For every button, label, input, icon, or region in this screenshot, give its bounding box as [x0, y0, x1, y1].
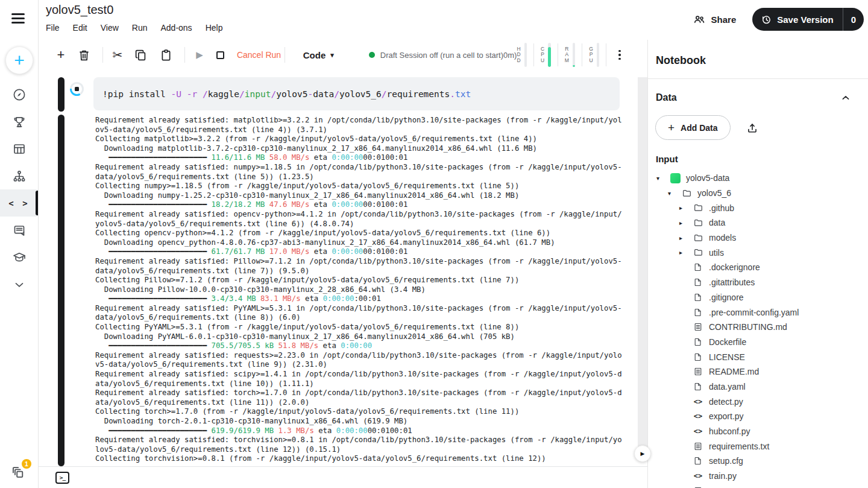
tree-item-clipped[interactable] — [648, 483, 868, 488]
tree-item-hubconf-py[interactable]: <>hubconf.py — [648, 424, 868, 439]
add-data-button[interactable]: + Add Data — [655, 115, 731, 140]
tree-item-pre-commit-config-yaml[interactable]: .pre-commit-config.yaml — [648, 305, 868, 320]
panel-title: Notebook — [648, 40, 868, 78]
folder-icon — [693, 232, 703, 243]
tree-item-setup-cfg[interactable]: setup.cfg — [648, 454, 868, 469]
output-selection-bar[interactable] — [58, 115, 64, 466]
caret-right-icon[interactable]: ▸ — [679, 220, 693, 226]
create-button[interactable]: + — [5, 46, 33, 74]
caret-right-icon[interactable]: ▸ — [679, 204, 693, 211]
collapse-data-section-button[interactable] — [840, 92, 852, 104]
tree-item-gitattributes[interactable]: .gitattributes — [648, 275, 868, 290]
cancel-run-button[interactable]: Cancel Run — [237, 50, 281, 60]
tree-item-contributing-md[interactable]: CONTRIBUTING.md — [648, 320, 868, 335]
output-line: Collecting PyYAML>=5.3.1 (from -r /kaggl… — [95, 323, 624, 332]
tree-item-github[interactable]: ▸.github — [648, 200, 868, 215]
sidebar-item-comment[interactable] — [0, 217, 38, 244]
tree-item-data-yaml[interactable]: data.yaml — [648, 379, 868, 395]
caret-right-icon[interactable]: ▸ — [679, 235, 693, 241]
menu-help[interactable]: Help — [206, 23, 223, 33]
cell-running-spinner-button[interactable] — [70, 82, 84, 96]
tree-item-label: .gitignore — [709, 293, 744, 302]
output-line: Requirement already satisfied: requests>… — [95, 351, 624, 361]
cut-cell-button[interactable]: ✂ — [113, 48, 123, 62]
menu-edit[interactable]: Edit — [73, 23, 87, 33]
caret-right-icon[interactable]: ▸ — [679, 249, 693, 256]
tree-item-dockerfile[interactable]: Dockerfile — [648, 335, 868, 350]
version-count[interactable]: 0 — [843, 8, 864, 31]
tree-item-utils[interactable]: ▸utils — [648, 245, 868, 260]
copy-cell-button[interactable] — [134, 48, 148, 62]
tree-item-detect-py[interactable]: <>detect.py — [648, 394, 868, 409]
sidebar-item-chevron-down[interactable] — [0, 271, 38, 298]
notebook-scrollbar[interactable] — [638, 77, 647, 457]
sidebar-item-datasets-grid[interactable] — [0, 135, 38, 162]
code-cell-editor[interactable]: !pip install -U -r /kaggle/input/yolov5-… — [93, 77, 620, 110]
output-line: Downloading opencv_python-4.8.0.76-cp37-… — [95, 238, 624, 248]
stop-button[interactable] — [216, 48, 225, 62]
run-cell-button[interactable]: ▶ — [195, 48, 204, 62]
gauge-cpu[interactable]: CPU — [541, 43, 551, 67]
tree-item-models[interactable]: ▸models — [648, 230, 868, 246]
menu-file[interactable]: File — [46, 23, 60, 33]
tree-item-requirements-txt[interactable]: requirements.txt — [648, 439, 868, 454]
left-sidebar: + < > 1 — [0, 0, 39, 488]
save-version-button[interactable]: Save Version 0 — [752, 8, 864, 31]
more-options-button[interactable] — [616, 48, 623, 62]
tree-item-train-py[interactable]: <>train.py — [648, 469, 868, 484]
sidebar-item-code[interactable]: < > — [0, 189, 38, 217]
gauge-label: RAM — [565, 46, 569, 64]
tree-item-label: data — [709, 218, 725, 227]
doc-icon — [693, 486, 703, 488]
input-section-title: Input — [648, 140, 868, 164]
folder-icon — [681, 188, 692, 198]
sidebar-item-sitemap[interactable] — [0, 162, 38, 189]
input-file-tree: ▾yolov5-data▾yolov5_6▸.github▸data▸model… — [648, 164, 868, 488]
session-status: Draft Session off (run a cell to start)0… — [369, 51, 517, 60]
caret-down-icon[interactable]: ▾ — [656, 175, 670, 182]
tree-item-dockerignore[interactable]: .dockerignore — [648, 260, 868, 275]
sidebar-item-trophy[interactable] — [0, 108, 38, 135]
gauge-gpu[interactable]: GPU — [589, 43, 599, 67]
collapse-panel-button[interactable]: ▶ — [634, 445, 651, 462]
tree-item-yolov5-data[interactable]: ▾yolov5-data — [648, 171, 868, 186]
gauge-hdd[interactable]: HDD — [517, 43, 527, 67]
upload-data-button[interactable] — [746, 121, 759, 135]
caret-down-icon[interactable]: ▾ — [668, 190, 681, 197]
trash-icon — [77, 48, 91, 62]
code-cell-selection-bar[interactable] — [58, 77, 64, 112]
menu-add-ons[interactable]: Add-ons — [160, 23, 192, 33]
cell-type-dropdown[interactable]: Code ▾ — [303, 50, 334, 60]
code-file-icon: <> — [693, 426, 703, 437]
console-toggle-button[interactable]: >_ — [55, 472, 69, 484]
paste-cell-button[interactable] — [159, 48, 173, 62]
tree-item-gitignore[interactable]: .gitignore — [648, 290, 868, 305]
datasets-grid-icon — [12, 142, 27, 156]
sidebar-item-compass[interactable] — [0, 81, 38, 108]
gauge-ram[interactable]: RAM — [565, 43, 576, 67]
tree-item-export-py[interactable]: <>export.py — [648, 409, 868, 424]
hamburger-menu-icon[interactable] — [11, 13, 25, 24]
menu-bar: FileEditViewRunAdd-onsHelp — [46, 23, 222, 33]
sidebar-item-graduation-cap[interactable] — [0, 244, 38, 271]
share-people-icon — [693, 13, 706, 26]
gauge-divider — [533, 43, 534, 66]
active-events-button[interactable]: 1 — [11, 464, 28, 481]
menu-run[interactable]: Run — [132, 23, 148, 33]
tree-item-label: models — [709, 233, 736, 242]
output-line: v5-data/yolov5_6/requirements.txt (line … — [95, 360, 624, 370]
output-progress-line: ━━━━━━━━━━━━━━━━━━━━━━ 18.2/18.2 MB 47.6… — [95, 200, 624, 210]
output-line: Collecting torchvision>=0.8.1 (from -r /… — [95, 454, 624, 464]
tree-item-readme-md[interactable]: README.md — [648, 364, 868, 379]
share-button[interactable]: Share — [693, 13, 737, 26]
tree-item-license[interactable]: LICENSE — [648, 349, 868, 364]
tree-item-yolov5-6[interactable]: ▾yolov5_6 — [648, 186, 868, 201]
menu-view[interactable]: View — [101, 23, 119, 33]
output-line: Requirement already satisfied: PyYAML>=5… — [95, 304, 624, 314]
add-cell-button[interactable]: + — [56, 48, 66, 62]
delete-cell-button[interactable] — [77, 48, 91, 62]
data-actions-row: + Add Data — [648, 104, 868, 140]
tree-item-data[interactable]: ▸data — [648, 215, 868, 230]
gauge-label: CPU — [541, 46, 544, 64]
output-line: Collecting opencv-python>=4.1.2 (from -r… — [95, 229, 624, 238]
